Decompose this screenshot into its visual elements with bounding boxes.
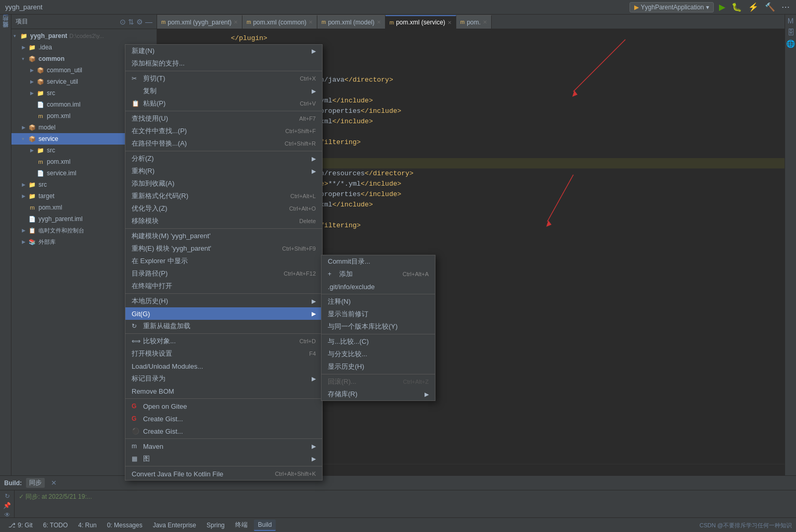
tab-terminal[interactable]: 终端: [231, 520, 252, 531]
menu-item-terminal[interactable]: 在终端中打开: [125, 280, 322, 292]
pin-icon[interactable]: 📌: [3, 502, 11, 509]
menu-item-add-framework[interactable]: 添加框架的支持...: [125, 57, 322, 70]
expand-arrow: ▶: [30, 79, 36, 84]
menu-item-paste[interactable]: 📋 粘贴(P) Ctrl+V: [125, 97, 322, 110]
git-menu-rollback: 回滚(R)... Ctrl+Alt+Z: [322, 375, 435, 388]
menu-item-new[interactable]: 新建(N) ▶: [125, 45, 322, 57]
sync-icon[interactable]: ↻: [5, 492, 10, 500]
locate-icon[interactable]: ⊙: [120, 18, 126, 26]
menu-item-maven[interactable]: m Maven ▶: [125, 440, 322, 452]
close-icon[interactable]: ✕: [234, 19, 238, 25]
tab-run[interactable]: 4: Run: [74, 520, 100, 531]
menu-label: Create Gist...: [143, 427, 183, 435]
menu-item-favorites[interactable]: 添加到收藏(A): [125, 177, 322, 190]
git-menu-annotate[interactable]: 注释(N): [322, 295, 435, 308]
more-button[interactable]: ⋯: [780, 1, 791, 13]
menu-item-find-usages[interactable]: 查找使用(U) Alt+F7: [125, 112, 322, 125]
menu-item-reload[interactable]: ↻ 重新从磁盘加载: [125, 320, 322, 332]
menu-item-remove-module[interactable]: 移除模块 Delete: [125, 215, 322, 227]
tab-spring[interactable]: Spring: [202, 520, 229, 531]
menu-item-show-explorer[interactable]: 在 Explorer 中显示: [125, 255, 322, 267]
menu-item-create-gist-github[interactable]: ⚫ Create Gist...: [125, 425, 322, 437]
menu-item-create-gist-gitee[interactable]: G Create Gist...: [125, 412, 322, 425]
sync-tab[interactable]: 同步: [26, 478, 45, 488]
menu-item-mark-dir[interactable]: 标记目录为 ▶: [125, 372, 322, 385]
sidebar-database-icon[interactable]: 🗄: [787, 28, 794, 36]
git-menu-compare-repo[interactable]: 与同一个版本库比较(Y): [322, 320, 435, 333]
menu-item-convert-kotlin[interactable]: Convert Java File to Kotlin File Ctrl+Al…: [125, 468, 322, 480]
tab-structure[interactable]: 结构: [1, 23, 10, 29]
menu-item-local-history[interactable]: 本地历史(H) ▶: [125, 295, 322, 307]
close-icon[interactable]: ✕: [377, 19, 381, 25]
expand-icon[interactable]: ⇅: [128, 18, 134, 26]
menu-item-open-gitee[interactable]: G Open on Gitee: [125, 400, 322, 412]
git-menu-add[interactable]: + 添加 Ctrl+Alt+A: [322, 268, 435, 280]
iml-icon: 📄: [36, 100, 45, 109]
run-config-selector[interactable]: ▶ YyghParentApplication ▾: [630, 2, 714, 12]
close-icon[interactable]: ✕: [309, 19, 313, 25]
menu-item-module-settings[interactable]: 打开模块设置 F4: [125, 347, 322, 360]
menu-item-remove-bom[interactable]: Remove BOM: [125, 385, 322, 397]
menu-item-analyze[interactable]: 分析(Z) ▶: [125, 152, 322, 165]
menu-item-git[interactable]: Git(G) ▶: [125, 307, 322, 320]
menu-item-build-module[interactable]: 构建模块(M) 'yygh_parent': [125, 230, 322, 242]
sidebar-web-icon[interactable]: 🌐: [786, 40, 795, 48]
maven-icon: m: [132, 443, 141, 450]
build-message: ✓ 同步: at 2022/5/21 19:...: [19, 493, 92, 500]
profile-button[interactable]: ⚡: [747, 1, 760, 13]
tab-java-enterprise[interactable]: Java Enterprise: [149, 520, 200, 531]
tab-pom-common[interactable]: m pom.xml (common) ✕: [242, 15, 317, 29]
close-icon[interactable]: ✕: [483, 19, 487, 25]
item-label: common.iml: [47, 101, 81, 108]
expand-arrow: ▶: [30, 68, 36, 73]
git-menu-history[interactable]: 显示历史(H): [322, 360, 435, 373]
menu-item-rebuild-module[interactable]: 重构(E) 模块 'yygh_parent' Ctrl+Shift+F9: [125, 242, 322, 255]
menu-item-optimize[interactable]: 优化导入(Z) Ctrl+Alt+O: [125, 202, 322, 215]
tab-pom-parent[interactable]: m pom.xml (yygh_parent) ✕: [157, 15, 242, 29]
git-menu-commit[interactable]: Commit目录...: [322, 255, 435, 268]
tab-git[interactable]: ⎇ 9: Git: [4, 520, 37, 531]
tab-commit[interactable]: 提交对话框: [1, 29, 10, 35]
git-menu-compare-with[interactable]: 与...比较...(C): [322, 335, 435, 348]
tab-project[interactable]: 项目: [1, 17, 10, 23]
debug-button[interactable]: 🐛: [730, 1, 743, 13]
tab-messages[interactable]: 0: Messages: [103, 520, 147, 531]
menu-label: 查找使用(U): [132, 114, 168, 123]
menu-item-cut[interactable]: ✂ 剪切(T) Ctrl+X: [125, 72, 322, 85]
iml-icon: 📄: [36, 169, 45, 177]
menu-item-diagram[interactable]: ▦ 图 ▶: [125, 452, 322, 465]
submenu-arrow-icon: ▶: [312, 88, 316, 95]
menu-item-reformat[interactable]: 重新格式化代码(R) Ctrl+Alt+L: [125, 190, 322, 202]
tab-build[interactable]: Build: [254, 520, 276, 531]
app-title: yygh_parent: [5, 3, 43, 11]
line-number: [157, 33, 178, 44]
diagram-icon: ▦: [132, 455, 141, 462]
menu-item-directory-path[interactable]: 目录路径(P) Ctrl+Alt+F12: [125, 267, 322, 280]
git-menu-show-revision[interactable]: 显示当前修订: [322, 308, 435, 320]
menu-item-compare[interactable]: ⟺ 比较对象... Ctrl+D: [125, 335, 322, 347]
menu-item-copy[interactable]: 复制 ▶: [125, 85, 322, 97]
sidebar-maven-icon[interactable]: M: [788, 17, 794, 25]
menu-item-find-in-files[interactable]: 在文件中查找...(P) Ctrl+Shift+F: [125, 125, 322, 137]
menu-label: Maven: [143, 443, 163, 450]
tab-pom-service[interactable]: m pom.xml (service) ✕: [386, 15, 456, 29]
menu-item-replace-in-path[interactable]: 在路径中替换...(A) Ctrl+Shift+R: [125, 137, 322, 150]
git-menu-repository[interactable]: 存储库(R) ▶: [322, 388, 435, 400]
settings-icon[interactable]: ⚙: [136, 18, 143, 26]
menu-item-refactor[interactable]: 重构(R) ▶: [125, 165, 322, 177]
tab-pom-extra[interactable]: m pom. ✕: [456, 15, 492, 29]
close-icon[interactable]: ✕: [447, 20, 452, 25]
menu-item-load-unload[interactable]: Load/Unload Modules...: [125, 360, 322, 372]
run-button[interactable]: ▶: [718, 1, 726, 13]
tab-todo[interactable]: 6: TODO: [39, 520, 72, 531]
close-panel-icon[interactable]: —: [145, 18, 152, 26]
menu-label: Convert Java File to Kotlin File: [132, 470, 223, 478]
tree-root[interactable]: ▾ 📁 yygh_parent D:\codes2\y...: [11, 30, 157, 42]
git-menu-compare-branch[interactable]: 与分支比较...: [322, 348, 435, 360]
close-icon[interactable]: ✕: [51, 479, 57, 487]
tab-pom-model[interactable]: m pom.xml (model) ✕: [317, 15, 386, 29]
build-button[interactable]: 🔨: [764, 1, 776, 13]
lib-icon: 📚: [28, 238, 36, 246]
git-menu-exclude[interactable]: .git/info/exclude: [322, 280, 435, 293]
menu-label: 在终端中打开: [132, 281, 172, 291]
